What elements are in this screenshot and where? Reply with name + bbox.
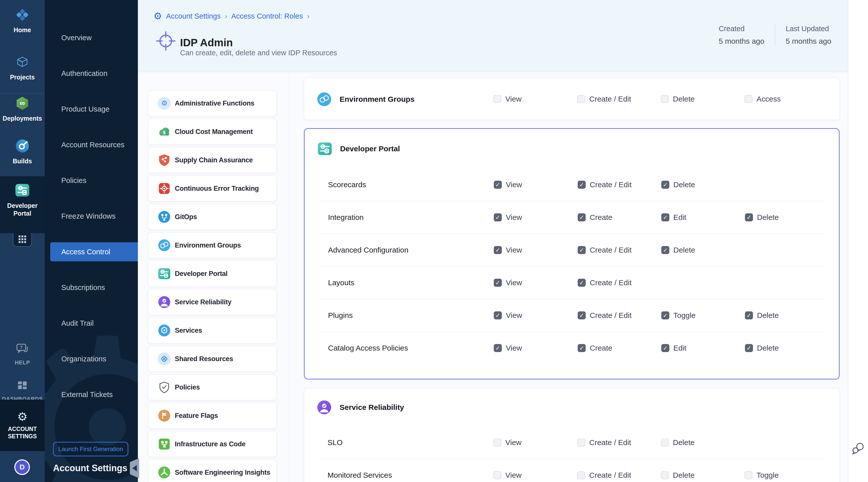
checkbox-checked[interactable]: ✓ <box>494 279 502 287</box>
resource-card-shared-resources[interactable]: Shared Resources <box>148 346 277 372</box>
resource-card-administrative-functions[interactable]: ⚙ Administrative Functions <box>148 90 277 116</box>
sidebar-item-subscriptions[interactable]: Subscriptions <box>45 278 138 297</box>
resource-card-policies[interactable]: Policies <box>148 374 277 400</box>
breadcrumb-access-control-roles[interactable]: Access Control: Roles <box>231 12 303 20</box>
rail-item-projects[interactable]: Projects <box>0 55 45 81</box>
checkbox-unchecked[interactable] <box>577 439 585 447</box>
sidebar-item-external-tickets[interactable]: External Tickets <box>45 385 138 404</box>
rail-item-builds[interactable]: Builds <box>0 139 45 165</box>
permission-label: View <box>505 471 521 480</box>
role-meta: Created 5 months ago Last Updated 5 mont… <box>719 25 831 46</box>
sidebar-item-product-usage[interactable]: Product Usage <box>45 99 138 119</box>
resource-card-service-reliability[interactable]: Service Reliability <box>148 289 277 315</box>
resource-label: GitOps <box>175 213 197 221</box>
checkbox-checked[interactable]: ✓ <box>661 246 669 254</box>
resource-card-feature-flags[interactable]: Feature Flags <box>148 403 277 428</box>
checkbox-checked[interactable]: ✓ <box>661 311 669 320</box>
resource-card-gitops[interactable]: GitOps <box>148 204 277 230</box>
checkbox-checked[interactable]: ✓ <box>494 213 502 221</box>
permission-cell: Create / Edit <box>577 95 631 103</box>
checkbox-unchecked[interactable] <box>661 439 669 447</box>
checkbox-checked[interactable]: ✓ <box>494 246 502 254</box>
sidebar-item-audit-trail[interactable]: Audit Trail <box>45 313 138 333</box>
sidebar-item-account-resources[interactable]: Account Resources <box>45 135 138 154</box>
checkbox-checked[interactable]: ✓ <box>661 213 669 221</box>
chat-support-icon[interactable] <box>851 441 865 456</box>
checkbox-checked[interactable]: ✓ <box>745 344 753 352</box>
permission-label: Edit <box>673 344 686 352</box>
checkbox-checked[interactable]: ✓ <box>661 344 669 352</box>
permission-cell: ✓Create / Edit <box>578 278 632 287</box>
check-icon: ✓ <box>663 215 668 220</box>
resource-card-continuous-error-tracking[interactable]: Continuous Error Tracking <box>148 176 277 201</box>
checkbox-unchecked[interactable] <box>577 95 585 103</box>
check-icon: ✓ <box>495 215 500 220</box>
module-grid-tab[interactable] <box>13 233 32 247</box>
checkbox-checked[interactable]: ✓ <box>578 344 586 352</box>
rail-item-account-settings[interactable]: ⚙ ACCOUNT SETTINGS <box>0 399 45 451</box>
row-label: Monitored Services <box>328 471 392 480</box>
checkbox-checked[interactable]: ✓ <box>745 311 753 320</box>
rail-item-home[interactable]: Home <box>0 7 45 34</box>
rail-item-label: HELP <box>15 359 30 366</box>
rail-item-dashboards[interactable]: DASHBOARDS <box>0 380 45 402</box>
sidebar-item-freeze-windows[interactable]: Freeze Windows <box>45 207 138 226</box>
resource-card-developer-portal[interactable]: Developer Portal <box>148 261 277 287</box>
checkbox-checked[interactable]: ✓ <box>494 344 502 352</box>
sidebar-item-policies[interactable]: Policies <box>45 171 138 190</box>
check-icon: ✓ <box>495 280 500 286</box>
permission-label: Delete <box>673 95 695 103</box>
checkbox-unchecked[interactable] <box>661 471 669 479</box>
permission-label: Toggle <box>756 471 779 480</box>
breadcrumb-account-settings[interactable]: Account Settings <box>166 12 221 20</box>
developer-portal-icon <box>158 267 171 280</box>
checkbox-unchecked[interactable] <box>493 471 501 479</box>
permission-label: Create / Edit <box>590 278 632 287</box>
avatar[interactable]: D <box>14 459 30 475</box>
resource-card-infrastructure-as-code[interactable]: Infrastructure as Code <box>148 431 277 457</box>
resource-label: Supply Chain Assurance <box>175 156 253 164</box>
resource-card-environment-groups[interactable]: Environment Groups <box>148 233 277 258</box>
checkbox-unchecked[interactable] <box>493 95 501 103</box>
permission-cell: Create / Edit <box>577 471 631 480</box>
resource-card-supply-chain-assurance[interactable]: Supply Chain Assurance <box>148 147 277 173</box>
permission-label: Toggle <box>673 311 695 320</box>
sidebar-item-access-control[interactable]: Access Control <box>50 242 138 261</box>
checkbox-unchecked[interactable] <box>661 95 669 103</box>
permission-cell: Delete <box>661 438 695 447</box>
projects-icon <box>15 55 30 70</box>
permission-cell: ✓Create <box>578 344 612 352</box>
resource-card-software-engineering-insights[interactable]: Software Engineering Insights <box>148 460 277 482</box>
launch-first-generation-button[interactable]: Launch First Generation <box>53 442 128 456</box>
checkbox-unchecked[interactable] <box>744 471 752 479</box>
permission-cell: ✓View <box>494 344 522 352</box>
resource-card-cloud-cost-management[interactable]: $ Cloud Cost Management <box>148 119 277 145</box>
permission-cell: Toggle <box>744 471 779 480</box>
row-label: SLO <box>328 438 343 447</box>
checkbox-checked[interactable]: ✓ <box>578 213 586 221</box>
resource-card-services[interactable]: Services <box>148 318 277 343</box>
rail-item-help[interactable]: ? HELP <box>0 343 45 366</box>
checkbox-checked[interactable]: ✓ <box>494 181 502 189</box>
permission-cell: ✓Delete <box>661 180 695 189</box>
sidebar-item-overview[interactable]: Overview <box>45 28 138 47</box>
checkbox-checked[interactable]: ✓ <box>745 213 753 221</box>
rail-item-deployments[interactable]: ∞ Deployments <box>0 96 45 122</box>
checkbox-checked[interactable]: ✓ <box>578 246 586 254</box>
rail-item-developer-portal[interactable]: Developer Portal <box>0 183 45 218</box>
checkbox-checked[interactable]: ✓ <box>494 311 502 320</box>
check-icon: ✓ <box>579 345 584 351</box>
sidebar-item-authentication[interactable]: Authentication <box>45 64 138 83</box>
sidebar-item-organizations[interactable]: Organizations <box>45 349 138 368</box>
checkbox-unchecked[interactable] <box>577 471 585 479</box>
checkbox-checked[interactable]: ✓ <box>578 311 586 320</box>
permission-cell: ✓Delete <box>661 246 695 254</box>
check-icon: ✓ <box>579 182 584 188</box>
checkbox-checked[interactable]: ✓ <box>578 181 586 189</box>
permissions-card-environment-groups: Environment Groups View Create / Edit De… <box>304 78 840 120</box>
checkbox-checked[interactable]: ✓ <box>578 279 586 287</box>
checkbox-unchecked[interactable] <box>493 439 501 447</box>
checkbox-checked[interactable]: ✓ <box>661 181 669 189</box>
check-icon: ✓ <box>746 345 751 351</box>
checkbox-unchecked[interactable] <box>744 95 752 103</box>
